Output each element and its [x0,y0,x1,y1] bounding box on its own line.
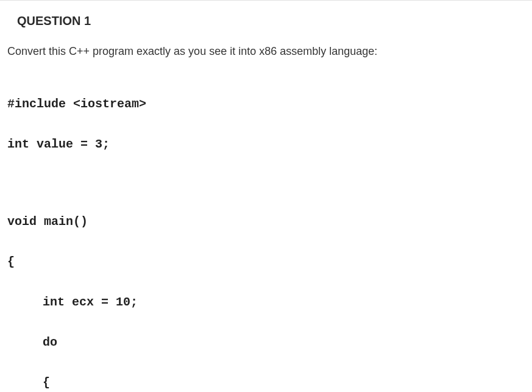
question-heading: QUESTION 1 [0,1,532,28]
code-line: #include <iostream> [7,94,532,114]
code-line: int value = 3; [7,134,532,154]
code-line: { [7,252,532,272]
blank-line [7,174,532,191]
code-line: { [7,372,532,392]
instruction-text: Convert this C++ program exactly as you … [0,28,532,58]
code-line: void main() [7,212,532,232]
code-line: do [7,332,532,352]
code-line: int ecx = 10; [7,292,532,312]
code-block: #include <iostream> int value = 3; void … [0,58,532,392]
